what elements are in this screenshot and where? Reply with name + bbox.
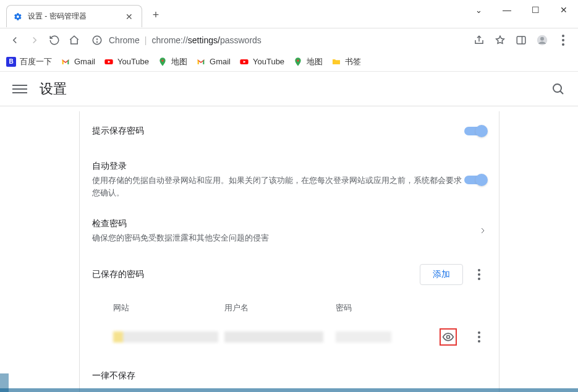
setting-auto-login: 自动登录 使用存储的凭据自动登录网站和应用。如果关闭了该功能，在您每次登录网站或… [80, 151, 499, 208]
settings-card: 提示保存密码 自动登录 使用存储的凭据自动登录网站和应用。如果关闭了该功能，在您… [79, 111, 499, 392]
forward-button[interactable] [26, 32, 43, 49]
svg-point-5 [540, 37, 544, 41]
folder-icon [331, 57, 341, 67]
password-row[interactable] [80, 321, 499, 353]
settings-appbar: 设置 [0, 72, 578, 106]
site-info-icon[interactable] [91, 35, 103, 46]
col-site: 网站 [113, 302, 224, 313]
svg-rect-2 [517, 36, 525, 44]
youtube-icon [104, 57, 114, 67]
gear-icon [13, 12, 23, 22]
bookmark-item[interactable]: YouTube [239, 57, 284, 67]
bookmark-item[interactable]: 地图 [293, 56, 323, 67]
new-tab-button[interactable]: + [147, 6, 164, 23]
window-maximize-button[interactable]: ☐ [521, 0, 550, 20]
omnibox[interactable]: Chrome | chrome://settings/passwords [85, 31, 468, 49]
show-password-button[interactable] [440, 328, 457, 346]
save-passwords-toggle[interactable] [464, 127, 487, 135]
password-user-redacted [224, 331, 323, 343]
bookmarks-bar: B百度一下 Gmail YouTube 地图 Gmail YouTube 地图 … [0, 52, 578, 72]
chevron-right-icon [479, 226, 487, 237]
reload-button[interactable] [46, 32, 63, 49]
bookmark-item[interactable]: 地图 [158, 56, 187, 67]
svg-point-9 [297, 59, 299, 61]
share-button[interactable] [470, 32, 488, 49]
url-text: chrome://settings/passwords [151, 35, 261, 45]
taskbar-sliver [0, 388, 578, 392]
home-button[interactable] [66, 32, 83, 49]
svg-line-11 [560, 91, 563, 94]
svg-point-10 [553, 84, 561, 92]
never-save-header: 一律不保存 [80, 353, 499, 391]
auto-login-toggle[interactable] [464, 176, 487, 184]
tab-title: 设置 - 密码管理器 [28, 11, 87, 22]
svg-point-12 [446, 335, 449, 338]
password-table-head: 网站 用户名 密码 [80, 295, 499, 321]
back-button[interactable] [6, 32, 23, 49]
svg-point-1 [97, 42, 98, 43]
maps-icon [158, 57, 168, 67]
saved-passwords-menu-button[interactable] [472, 267, 487, 282]
settings-search-button[interactable] [551, 82, 566, 96]
bookmark-item[interactable]: Gmail [196, 57, 231, 67]
password-row-menu-button[interactable] [472, 330, 487, 344]
browser-tab[interactable]: 设置 - 密码管理器 ✕ [6, 5, 142, 27]
setting-save-passwords: 提示保存密码 [80, 111, 499, 151]
url-bar: Chrome | chrome://settings/passwords [0, 28, 578, 52]
window-controls: ⌄ — ☐ ✕ [464, 0, 578, 20]
window-titlebar: 设置 - 密码管理器 ✕ + ⌄ — ☐ ✕ [0, 0, 578, 28]
col-pass: 密码 [336, 302, 487, 313]
window-minimize-button[interactable]: — [493, 0, 521, 20]
menu-button[interactable] [12, 82, 27, 96]
password-value-redacted [336, 331, 391, 343]
chrome-menu-button[interactable] [555, 32, 572, 49]
window-close-button[interactable]: ✕ [550, 0, 578, 20]
bookmark-star-button[interactable] [491, 32, 509, 49]
taskbar-sliver-left [0, 373, 9, 392]
bookmark-item[interactable]: YouTube [104, 57, 149, 67]
bookmark-item[interactable]: Gmail [61, 57, 95, 67]
setting-check-passwords[interactable]: 检查密码 确保您的密码免受数据泄露和其他安全问题的侵害 [80, 208, 499, 254]
svg-point-7 [161, 59, 163, 61]
bookmark-item[interactable]: 书签 [331, 56, 361, 67]
bookmark-item[interactable]: B百度一下 [6, 56, 52, 67]
settings-scroll[interactable]: 提示保存密码 自动登录 使用存储的凭据自动登录网站和应用。如果关闭了该功能，在您… [0, 106, 578, 392]
maps-icon [293, 57, 303, 67]
add-password-button[interactable]: 添加 [420, 264, 463, 285]
youtube-icon [239, 57, 249, 67]
baidu-icon: B [6, 57, 16, 67]
url-scheme: Chrome [109, 35, 140, 45]
tabs-dropdown-button[interactable]: ⌄ [464, 0, 493, 20]
col-user: 用户名 [224, 302, 336, 313]
gmail-icon [196, 57, 206, 67]
side-panel-button[interactable] [512, 32, 530, 49]
gmail-icon [61, 57, 70, 67]
page-title: 设置 [40, 80, 67, 98]
password-site-redacted [113, 331, 218, 343]
tab-close-button[interactable]: ✕ [123, 12, 135, 22]
profile-avatar-button[interactable] [533, 32, 551, 49]
saved-passwords-header: 已保存的密码 添加 [80, 254, 499, 295]
